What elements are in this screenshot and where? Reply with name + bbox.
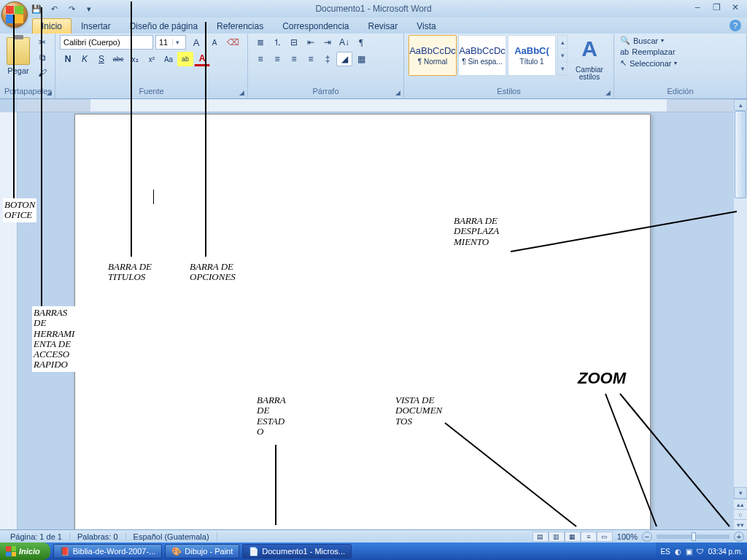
taskbar-item-word[interactable]: 📄Documento1 - Micros... bbox=[242, 544, 352, 559]
superscript-button[interactable]: x² bbox=[144, 52, 160, 66]
close-button[interactable]: ✕ bbox=[727, 1, 744, 13]
document-page[interactable] bbox=[74, 114, 651, 529]
align-right-icon[interactable]: ≡ bbox=[286, 52, 302, 66]
qat-undo-icon[interactable]: ↶ bbox=[47, 2, 61, 15]
font-size-input[interactable] bbox=[156, 38, 172, 47]
seleccionar-button[interactable]: ↖Seleccionar▾ bbox=[619, 58, 678, 69]
vertical-ruler[interactable] bbox=[0, 112, 18, 529]
underline-button[interactable]: S bbox=[93, 52, 109, 66]
gallery-down-icon[interactable]: ▾ bbox=[558, 49, 567, 62]
numbering-icon[interactable]: ⒈ bbox=[269, 35, 285, 50]
taskbar-item-paint[interactable]: 🎨Dibujo - Paint bbox=[165, 544, 239, 559]
tray-icon[interactable]: ▣ bbox=[686, 548, 692, 556]
qat-customize-icon[interactable]: ▾ bbox=[82, 2, 96, 15]
tray-lang[interactable]: ES bbox=[660, 548, 670, 556]
change-case-button[interactable]: Aa bbox=[160, 52, 177, 66]
paste-button[interactable]: Pegar bbox=[4, 35, 32, 77]
font-color-button[interactable]: A bbox=[194, 52, 210, 66]
font-size-combo[interactable]: ▾ bbox=[155, 35, 186, 50]
status-page[interactable]: Página: 1 de 1 bbox=[3, 532, 70, 541]
cut-icon[interactable]: ✂ bbox=[34, 35, 50, 50]
zoom-out-icon[interactable]: − bbox=[642, 532, 652, 542]
qat-save-icon[interactable]: 💾 bbox=[29, 2, 44, 15]
style-normal[interactable]: AaBbCcDc ¶ Normal bbox=[409, 35, 457, 76]
status-language[interactable]: Español (Guatemala) bbox=[126, 532, 217, 541]
clear-format-icon[interactable]: ⌫ bbox=[225, 35, 241, 50]
tray-icon[interactable]: 🛡 bbox=[697, 548, 704, 556]
word-icon: 📄 bbox=[249, 547, 259, 556]
view-print-layout-icon[interactable]: ▤ bbox=[533, 532, 549, 542]
tab-referencias[interactable]: Referencias bbox=[207, 18, 273, 34]
chevron-down-icon[interactable]: ▾ bbox=[674, 60, 677, 66]
shading-icon[interactable]: ◢ bbox=[336, 52, 352, 66]
minimize-button[interactable]: – bbox=[689, 1, 706, 13]
taskbar-item-pdf[interactable]: 📕Biblia-de-Word-2007-... bbox=[53, 544, 163, 559]
scroll-up-icon[interactable]: ▴ bbox=[734, 99, 747, 111]
tray-icon[interactable]: ◐ bbox=[675, 548, 681, 556]
browse-object-icon[interactable]: ○ bbox=[734, 509, 747, 519]
format-painter-icon[interactable]: 🖌 bbox=[34, 66, 50, 80]
tray-time[interactable]: 03:34 p.m. bbox=[708, 548, 743, 556]
reemplazar-button[interactable]: abReemplazar bbox=[619, 47, 678, 57]
buscar-button[interactable]: 🔍Buscar▾ bbox=[619, 35, 678, 46]
zoom-level[interactable]: 100% bbox=[617, 532, 638, 541]
view-outline-icon[interactable]: ≡ bbox=[581, 532, 597, 542]
strike-button[interactable]: abc bbox=[110, 52, 126, 66]
bullets-icon[interactable]: ≣ bbox=[252, 35, 268, 50]
zoom-slider[interactable] bbox=[657, 534, 729, 539]
scroll-track[interactable] bbox=[734, 111, 747, 487]
view-web-icon[interactable]: ▦ bbox=[565, 532, 581, 542]
next-page-icon[interactable]: ▾▾ bbox=[734, 519, 747, 529]
tab-vista[interactable]: Vista bbox=[407, 18, 445, 34]
copy-icon[interactable]: ⧉ bbox=[34, 50, 50, 65]
office-button[interactable] bbox=[1, 1, 28, 28]
dialog-launcher-icon[interactable]: ◢ bbox=[393, 88, 402, 97]
maximize-button[interactable]: ❐ bbox=[708, 1, 725, 13]
subscript-button[interactable]: x₂ bbox=[127, 52, 143, 66]
tab-revisar[interactable]: Revisar bbox=[359, 18, 408, 34]
italic-button[interactable]: K bbox=[77, 52, 93, 66]
decrease-indent-icon[interactable]: ⇤ bbox=[303, 35, 319, 50]
status-words[interactable]: Palabras: 0 bbox=[70, 532, 126, 541]
chevron-down-icon[interactable]: ▾ bbox=[661, 37, 664, 44]
align-left-icon[interactable]: ≡ bbox=[252, 52, 268, 66]
tab-correspondencia[interactable]: Correspondencia bbox=[273, 18, 358, 34]
justify-icon[interactable]: ≡ bbox=[303, 52, 319, 66]
qat-redo-icon[interactable]: ↷ bbox=[64, 2, 79, 15]
highlight-button[interactable]: ab bbox=[177, 52, 193, 66]
view-fullscreen-icon[interactable]: ▥ bbox=[549, 532, 565, 542]
tab-insertar[interactable]: Insertar bbox=[71, 18, 120, 34]
prev-page-icon[interactable]: ▴▴ bbox=[734, 499, 747, 509]
tab-diseno[interactable]: Diseño de página bbox=[120, 18, 207, 34]
sort-icon[interactable]: A↓ bbox=[336, 35, 352, 50]
scroll-down-icon[interactable]: ▾ bbox=[734, 487, 747, 499]
font-family-combo[interactable]: ▾ bbox=[60, 35, 153, 50]
shrink-font-icon[interactable]: A bbox=[206, 35, 222, 50]
gallery-more-icon[interactable]: ▾ bbox=[558, 62, 567, 75]
tab-inicio[interactable]: Inicio bbox=[32, 18, 71, 34]
zoom-slider-thumb[interactable] bbox=[692, 532, 696, 541]
multilevel-icon[interactable]: ⊟ bbox=[286, 35, 302, 50]
scroll-thumb[interactable] bbox=[735, 111, 746, 198]
line-spacing-icon[interactable]: ‡ bbox=[320, 52, 336, 66]
dialog-launcher-icon[interactable]: ◢ bbox=[44, 88, 53, 97]
start-button[interactable]: Inicio bbox=[0, 542, 50, 560]
dialog-launcher-icon[interactable]: ◢ bbox=[237, 88, 246, 97]
borders-icon[interactable]: ▦ bbox=[353, 52, 369, 66]
bold-button[interactable]: N bbox=[60, 52, 76, 66]
gallery-up-icon[interactable]: ▴ bbox=[558, 36, 567, 49]
increase-indent-icon[interactable]: ⇥ bbox=[320, 35, 336, 50]
help-icon[interactable]: ? bbox=[729, 20, 741, 31]
align-center-icon[interactable]: ≡ bbox=[269, 52, 285, 66]
horizontal-ruler[interactable] bbox=[18, 99, 747, 112]
grow-font-icon[interactable]: A bbox=[188, 35, 204, 50]
change-styles-button[interactable]: A Cambiar estilos bbox=[570, 35, 609, 83]
font-family-input[interactable] bbox=[61, 38, 167, 47]
dialog-launcher-icon[interactable]: ◢ bbox=[603, 88, 612, 97]
zoom-in-icon[interactable]: + bbox=[734, 532, 744, 542]
style-titulo1[interactable]: AaBbC( Título 1 bbox=[508, 35, 556, 76]
style-sinespaciado[interactable]: AaBbCcDc ¶ Sin espa... bbox=[458, 35, 506, 76]
view-draft-icon[interactable]: ▭ bbox=[597, 532, 613, 542]
show-marks-icon[interactable]: ¶ bbox=[353, 35, 369, 50]
chevron-down-icon[interactable]: ▾ bbox=[172, 39, 182, 46]
